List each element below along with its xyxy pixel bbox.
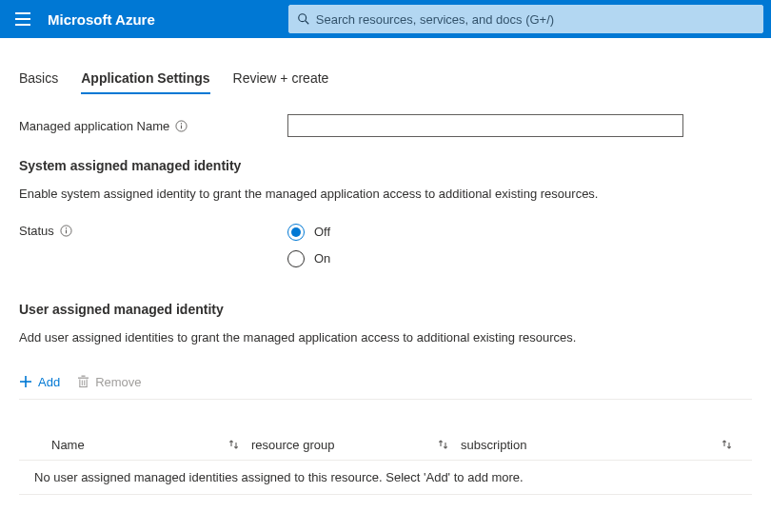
svg-rect-12	[20, 381, 31, 383]
svg-rect-17	[79, 386, 87, 387]
svg-rect-2	[15, 24, 30, 26]
svg-rect-7	[181, 123, 182, 124]
status-row: Status Off On	[19, 224, 752, 267]
column-header-resource-group[interactable]: resource group	[251, 438, 461, 452]
search-wrap	[184, 5, 771, 33]
status-radio-on[interactable]: On	[287, 250, 752, 267]
add-identity-button[interactable]: Add	[19, 375, 60, 389]
system-identity-heading: System assigned managed identity	[19, 158, 752, 173]
svg-line-4	[306, 21, 309, 25]
status-off-label: Off	[314, 225, 330, 239]
svg-rect-6	[181, 125, 182, 128]
system-identity-description: Enable system assigned identity to grant…	[19, 187, 752, 203]
col-name-label: Name	[51, 438, 85, 452]
search-input[interactable]	[316, 12, 755, 27]
svg-rect-16	[87, 380, 88, 387]
add-label: Add	[38, 375, 60, 389]
radio-icon	[287, 250, 305, 267]
menu-button[interactable]	[0, 0, 46, 38]
status-options: Off On	[287, 224, 752, 267]
status-label-col: Status	[19, 224, 287, 238]
hamburger-icon	[15, 12, 30, 26]
svg-rect-10	[66, 227, 67, 228]
status-radio-off[interactable]: Off	[287, 224, 752, 241]
managed-app-name-label-col: Managed application Name	[19, 119, 287, 133]
tab-basics[interactable]: Basics	[19, 65, 58, 93]
sort-icon	[722, 439, 733, 450]
trash-icon	[77, 375, 89, 388]
svg-rect-1	[15, 18, 30, 20]
column-header-subscription[interactable]: subscription	[461, 438, 744, 452]
svg-rect-14	[82, 376, 86, 377]
status-label: Status	[19, 224, 54, 238]
svg-rect-9	[66, 229, 67, 233]
remove-label: Remove	[95, 375, 141, 389]
managed-app-name-row: Managed application Name	[19, 114, 752, 137]
main-content: Basics Application Settings Review + cre…	[0, 38, 771, 523]
svg-rect-19	[84, 381, 85, 386]
global-search[interactable]	[288, 5, 763, 33]
tab-review-create[interactable]: Review + create	[233, 65, 329, 93]
svg-point-3	[299, 14, 306, 22]
radio-icon	[287, 224, 305, 241]
top-header: Microsoft Azure	[0, 0, 771, 38]
svg-rect-13	[78, 378, 89, 379]
status-on-label: On	[314, 251, 330, 266]
info-icon[interactable]	[175, 120, 188, 132]
tab-bar: Basics Application Settings Review + cre…	[19, 65, 752, 93]
col-sub-label: subscription	[461, 438, 526, 452]
search-icon	[297, 12, 310, 26]
managed-app-name-input[interactable]	[287, 114, 683, 137]
plus-icon	[19, 375, 32, 388]
col-rg-label: resource group	[251, 438, 334, 452]
remove-identity-button: Remove	[77, 375, 141, 389]
managed-app-name-input-col	[287, 114, 752, 137]
identity-table-header: Name resource group subs	[19, 432, 752, 461]
svg-rect-0	[15, 12, 30, 14]
brand-label: Microsoft Azure	[48, 11, 155, 28]
user-identity-heading: User assigned managed identity	[19, 302, 752, 317]
identity-table: Name resource group subs	[19, 432, 752, 495]
tab-application-settings[interactable]: Application Settings	[81, 65, 209, 93]
svg-rect-18	[82, 381, 83, 386]
svg-rect-15	[79, 380, 80, 387]
column-header-name[interactable]: Name	[51, 438, 251, 452]
managed-app-name-label: Managed application Name	[19, 119, 169, 133]
user-identity-description: Add user assigned identities to grant th…	[19, 330, 752, 346]
identity-toolbar: Add Remove	[19, 367, 752, 400]
info-icon[interactable]	[60, 225, 72, 237]
sort-icon	[228, 439, 240, 450]
sort-icon	[438, 439, 449, 450]
identity-table-empty-row: No user assigned managed identities assi…	[19, 461, 752, 495]
